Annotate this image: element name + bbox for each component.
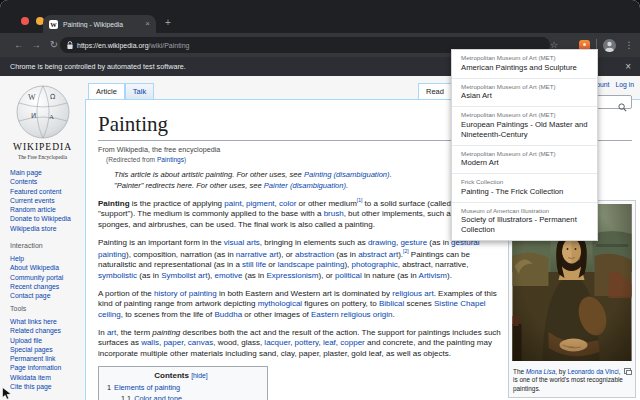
tab-talk[interactable]: Talk xyxy=(125,83,154,99)
suggestion-title: Society of Illustrators - Permanent Coll… xyxy=(461,215,588,235)
wiki-link[interactable]: political xyxy=(335,271,362,280)
sidebar-link[interactable]: Donate to Wikipedia xyxy=(10,214,71,223)
text-span: The xyxy=(513,368,526,375)
suggestion-source: Frick Collection xyxy=(461,178,588,185)
suggestion-item[interactable]: Metropolitan Museum of Art (MET)Asian Ar… xyxy=(452,78,597,107)
sidebar-tools-nav: What links hereRelated changesUpload fil… xyxy=(10,317,61,391)
sidebar-link[interactable]: Special pages xyxy=(10,345,61,354)
infobar-close-icon[interactable]: × xyxy=(625,57,631,76)
wikipedia-globe-logo[interactable]: W Ω И A xyxy=(16,84,70,146)
wiki-link[interactable]: narrative art xyxy=(236,250,279,259)
back-icon[interactable]: ← xyxy=(12,33,26,57)
sidebar-link[interactable]: Current events xyxy=(10,196,71,205)
wiki-link[interactable]: photographic xyxy=(352,260,398,269)
wiki-link[interactable]: color xyxy=(279,199,296,208)
wiki-link[interactable]: walls xyxy=(141,338,159,347)
cursor-pointer xyxy=(2,386,13,400)
sidebar-link[interactable]: Contact page xyxy=(10,291,63,300)
wiki-link[interactable]: copper xyxy=(340,338,364,347)
sidebar-link[interactable]: Featured content xyxy=(10,187,71,196)
infobar-message: Chrome is being controlled by automated … xyxy=(10,57,186,76)
wiki-link[interactable]: symbolistic xyxy=(98,271,137,280)
wiki-link[interactable]: abstract art xyxy=(358,250,398,259)
tab-read[interactable]: Read xyxy=(418,83,452,99)
wiki-link[interactable]: Symbolist art xyxy=(161,271,207,280)
macos-close-button[interactable] xyxy=(21,17,29,25)
sidebar-link[interactable]: What links here xyxy=(10,317,61,326)
sidebar-link[interactable]: About Wikipedia xyxy=(10,263,63,272)
wiki-link[interactable]: emotive xyxy=(214,271,242,280)
suggestion-source: Museum of American Illustration xyxy=(461,207,588,214)
sidebar-link[interactable]: Random article xyxy=(10,205,71,214)
tab-article[interactable]: Article xyxy=(88,83,125,99)
toc-number: 1.1 xyxy=(121,394,131,400)
wiki-link[interactable]: Mona Lisa xyxy=(526,368,556,375)
sidebar-link[interactable]: Related changes xyxy=(10,326,61,335)
wiki-link[interactable]: Biblical xyxy=(379,299,404,308)
suggestion-item[interactable]: Metropolitan Museum of Art (MET)European… xyxy=(452,106,597,145)
browser-tab[interactable]: W Painting - Wikipedia × xyxy=(43,15,156,33)
sidebar-link[interactable]: Cite this page xyxy=(10,382,61,391)
toc-entry[interactable]: 1.1Color and tone xyxy=(121,394,255,400)
sidebar-link[interactable]: Help xyxy=(10,254,63,263)
reload-icon[interactable]: ↻ xyxy=(47,33,61,57)
wiki-link[interactable]: Buddha xyxy=(215,310,243,319)
wiki-link[interactable]: leaf xyxy=(323,338,336,347)
wiki-link[interactable]: pottery xyxy=(295,338,319,347)
wiki-link[interactable]: gesture xyxy=(400,238,427,247)
wiki-link[interactable]: Paintings xyxy=(157,156,184,163)
wiki-link[interactable]: mythological xyxy=(258,299,302,308)
wiki-link[interactable]: paint xyxy=(224,199,241,208)
wiki-link[interactable]: paper xyxy=(163,338,183,347)
text-span: ), or xyxy=(319,271,335,280)
wiki-link[interactable]: pigment xyxy=(246,199,274,208)
wiki-link[interactable]: Painting (disambiguation) xyxy=(304,170,390,179)
wiki-link[interactable]: visual arts xyxy=(224,238,260,247)
wiki-link[interactable]: Eastern religious origin xyxy=(311,310,392,319)
sidebar-link[interactable]: Permanent link xyxy=(10,354,61,363)
new-tab-icon[interactable]: + xyxy=(165,17,171,29)
wiki-link[interactable]: canvas xyxy=(188,338,213,347)
text-span: ). xyxy=(447,271,452,280)
wiki-link[interactable]: Painter (disambiguation) xyxy=(264,181,346,190)
suggestion-item[interactable]: Metropolitan Museum of Art (MET)Modern A… xyxy=(452,145,597,174)
wiki-link[interactable]: landscape painting xyxy=(278,260,345,269)
sidebar-link[interactable]: Main page xyxy=(10,168,71,177)
suggestion-source: Metropolitan Museum of Art (MET) xyxy=(461,111,588,118)
menu-kebab-icon[interactable]: ⋮ xyxy=(622,33,636,57)
toc-hide-toggle[interactable]: [hide] xyxy=(191,372,208,379)
suggestion-item[interactable]: Museum of American IllustrationSociety o… xyxy=(452,202,597,241)
tab-close-icon[interactable]: × xyxy=(145,20,150,28)
sidebar-link[interactable]: Page information xyxy=(10,363,61,372)
text-span: "Painter" redirects here. For other uses… xyxy=(114,181,264,190)
wiki-link[interactable]: history of painting xyxy=(154,289,217,298)
suggestion-item[interactable]: Metropolitan Museum of Art (MET)American… xyxy=(452,50,597,78)
wiki-link[interactable]: Expressionism xyxy=(267,271,319,280)
wiki-link[interactable]: drawing xyxy=(368,238,396,247)
sidebar-link[interactable]: Recent changes xyxy=(10,282,63,291)
search-icon[interactable] xyxy=(618,98,627,116)
sidebar-link[interactable]: Wikipedia store xyxy=(10,224,71,233)
wiki-link[interactable]: lacquer xyxy=(264,338,290,347)
wiki-link[interactable]: art xyxy=(107,328,116,337)
wiki-link[interactable]: Leonardo da Vinci xyxy=(567,368,618,375)
toc-entry[interactable]: 1Elements of painting xyxy=(107,383,255,392)
wiki-link[interactable]: still life xyxy=(242,260,266,269)
url-domain: https://en.wikipedia.org xyxy=(77,42,149,49)
wiki-link[interactable]: religious art xyxy=(392,289,433,298)
wiki-link[interactable]: abstraction xyxy=(295,250,334,259)
text-span: , bringing in elements such as xyxy=(260,238,368,247)
personal-link[interactable]: Log in xyxy=(615,81,634,88)
toc-label: Elements of painting xyxy=(114,383,180,392)
sidebar-link[interactable]: Upload file xyxy=(10,336,61,345)
svg-text:Ω: Ω xyxy=(50,93,56,101)
suggestion-item[interactable]: Frick CollectionPainting - The Frick Col… xyxy=(452,173,597,202)
forward-icon[interactable]: → xyxy=(29,33,43,57)
profile-avatar[interactable] xyxy=(603,38,616,56)
sidebar-link[interactable]: Community portal xyxy=(10,273,63,282)
sidebar-link[interactable]: Wikidata item xyxy=(10,373,61,382)
wiki-link[interactable]: brush xyxy=(324,209,344,218)
sidebar-link[interactable]: Contents xyxy=(10,177,71,186)
magnify-icon[interactable] xyxy=(624,368,631,374)
wiki-link[interactable]: Artivism xyxy=(419,271,447,280)
